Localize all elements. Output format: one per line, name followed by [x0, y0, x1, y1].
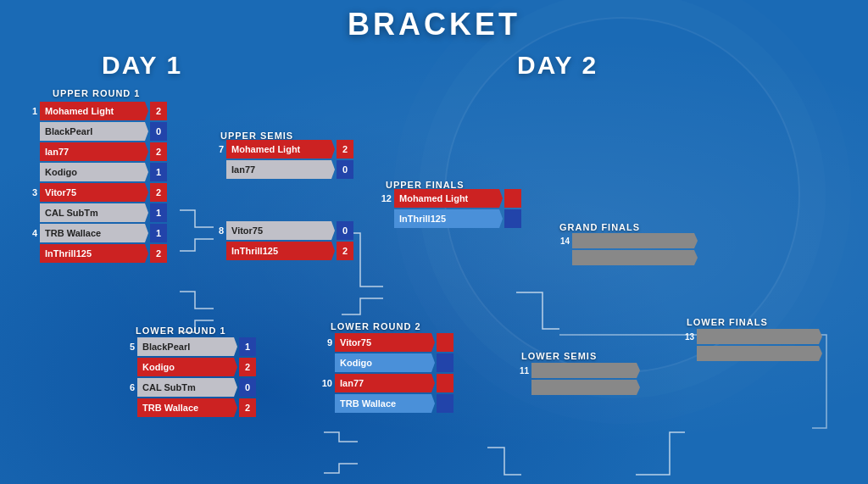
- match-gf-14: 14: [558, 233, 698, 265]
- match-ur1-1: 1 Mohamed Light 2 BlackPearl 0: [25, 102, 167, 141]
- match-ur1-4: 4 TRB Wallace 1 InThrill125 2: [25, 224, 167, 263]
- match-ur1-3: 3 Vitor75 2 CAL SubTm 1: [25, 183, 167, 222]
- match-lr2-9: 9 Vitor75 Kodigo: [320, 333, 453, 372]
- match-lr2-10: 10 Ian77 TRB Wallace: [320, 374, 453, 413]
- day1-label: DAY 1: [102, 51, 182, 80]
- page-title: BRACKET: [0, 7, 868, 42]
- day2-label: DAY 2: [517, 51, 598, 80]
- match-ls-11: 11: [517, 363, 640, 395]
- match-lr1-5: 5 BlackPearl 1 Kodigo 2: [123, 337, 256, 376]
- match-us-8: 8 Vitor75 0 InThrill125 2: [212, 221, 353, 260]
- match-lf-13: 13: [682, 329, 822, 361]
- lower-finals-label: LOWER FINALS: [687, 314, 768, 329]
- upper-round1-label: UPPER ROUND 1: [53, 85, 140, 100]
- lower-round1-label: LOWER ROUND 1: [136, 322, 226, 337]
- match-ur1-2: Ian77 2 Kodigo 1: [25, 142, 167, 181]
- match-lr1-6: 6 CAL SubTm 0 TRB Wallace 2: [123, 378, 256, 417]
- lower-semis-label: LOWER SEMIS: [521, 348, 597, 363]
- grand-finals-label: GRAND FINALS: [559, 219, 640, 234]
- match-us-7: 7 Mohamed Light 2 Ian77 0: [212, 140, 353, 179]
- match-uf-12: 12 Mohamed Light InThrill125: [380, 189, 521, 228]
- lower-round2-label: LOWER ROUND 2: [331, 318, 421, 333]
